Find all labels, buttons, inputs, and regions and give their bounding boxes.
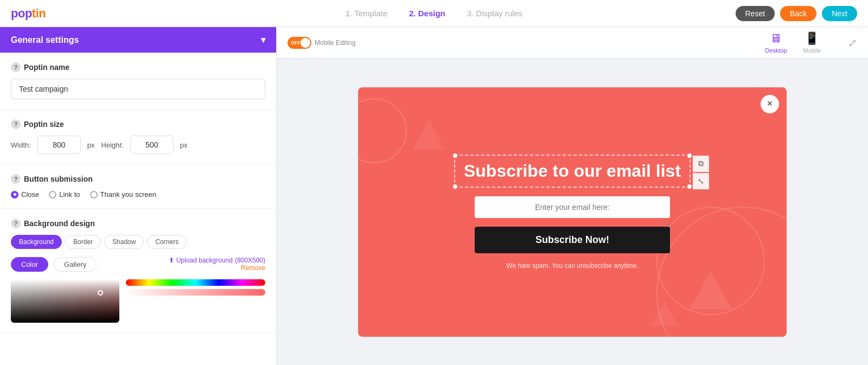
mobile-editing-label: Mobile Editing (315, 39, 355, 47)
opacity-bar[interactable] (126, 289, 265, 296)
gradient-dot[interactable] (98, 290, 103, 296)
device-mobile[interactable]: 📱 Mobile (803, 31, 821, 54)
tab-shadow[interactable]: Shadow (104, 235, 144, 249)
decorative-triangle-1 (689, 272, 732, 310)
height-input[interactable] (130, 136, 174, 154)
resize-element-button[interactable]: ⤡ (693, 173, 709, 189)
width-px: px (87, 141, 95, 149)
radio-close[interactable]: Close (11, 190, 39, 198)
poptin-size-label: ? Poptin size (11, 119, 265, 129)
mobile-icon: 📱 (805, 31, 819, 46)
popup-title[interactable]: Subscribe to our email list (464, 161, 681, 181)
popup-title-wrapper[interactable]: Subscribe to our email list ⧉ ⤡ (454, 155, 691, 188)
gallery-button[interactable]: Gallery (54, 257, 97, 272)
device-buttons: 🖥 Desktop 📱 Mobile ⤢ (765, 31, 857, 54)
decorative-shape-small (358, 98, 407, 163)
panel-header[interactable]: General settings ▾ (0, 27, 276, 53)
toggle-knob (301, 38, 310, 48)
height-label: Height: (101, 141, 124, 149)
background-design-label: ? Background design (11, 219, 265, 228)
radio-group: Close Link to Thank you screen (11, 190, 265, 198)
background-design-help-icon[interactable]: ? (11, 219, 21, 228)
step-display-rules: 3. Display rules (467, 9, 523, 18)
poptin-size-section: ? Poptin size Width: px Height: px (0, 110, 276, 164)
decorative-shape-large (656, 207, 787, 337)
copy-element-button[interactable]: ⧉ (693, 156, 709, 172)
popup-email-input[interactable] (475, 196, 670, 218)
radio-close-dot (11, 191, 18, 198)
steps: 1. Template 2. Design 3. Display rules (346, 9, 523, 18)
popup-close-button[interactable]: × (761, 95, 779, 113)
logo: poptin (11, 7, 46, 21)
right-panel: OFF Mobile Editing 🖥 Desktop 📱 Mobile ⤢ (277, 27, 868, 365)
radio-thank-you[interactable]: Thank you screen (90, 190, 156, 198)
panel-header-title: General settings (11, 35, 79, 45)
top-nav: poptin 1. Template 2. Design 3. Display … (0, 0, 868, 27)
upload-background-link[interactable]: ⬆ Upload background (800X500) (169, 257, 265, 264)
color-gallery-row: Color Gallery ⬆ Upload background (800X5… (11, 257, 265, 272)
step-template: 1. Template (346, 9, 387, 18)
radio-link-to[interactable]: Link to (49, 190, 80, 198)
radio-thank-you-dot (90, 191, 98, 198)
mobile-editing-toggle[interactable]: OFF (288, 37, 311, 49)
chevron-down-icon: ▾ (261, 35, 265, 45)
tab-corners[interactable]: Corners (147, 235, 187, 249)
color-picker-area (11, 279, 265, 323)
corner-tr (687, 153, 692, 158)
button-submission-section: ? Button submission Close Link to Thank … (0, 164, 276, 209)
popup-spam-text: We hate spam. You can unsubscribe anytim… (506, 262, 638, 270)
background-design-section: ? Background design Background Border Sh… (0, 209, 276, 333)
close-icon: × (767, 98, 773, 110)
reset-button[interactable]: Reset (736, 6, 775, 21)
left-panel: General settings ▾ ? Poptin name ? Popti… (0, 27, 277, 365)
expand-button[interactable]: ⤢ (848, 36, 857, 49)
popup-preview: × Subscribe to our email list ⧉ ⤡ (358, 87, 787, 337)
poptin-name-label: ? Poptin name (11, 62, 265, 72)
button-submission-label: ? Button submission (11, 174, 265, 184)
size-row: Width: px Height: px (11, 136, 265, 154)
canvas-toolbar: OFF Mobile Editing 🖥 Desktop 📱 Mobile ⤢ (277, 27, 868, 59)
bg-tabs-row: Background Border Shadow Corners (11, 235, 265, 249)
color-gradient[interactable] (11, 279, 119, 323)
main-layout: General settings ▾ ? Poptin name ? Popti… (0, 27, 868, 365)
corner-br (687, 184, 692, 189)
desktop-icon: 🖥 (770, 31, 782, 46)
logo-text: poptin (11, 7, 46, 20)
hue-bar[interactable] (126, 279, 265, 286)
edit-actions: ⧉ ⤡ (693, 156, 709, 189)
decorative-shape-medium (656, 207, 765, 315)
popup-subscribe-button[interactable]: Subscribe Now! (475, 227, 670, 253)
tab-background[interactable]: Background (11, 235, 62, 249)
corner-bl (453, 184, 457, 189)
hue-bar-container (126, 279, 265, 296)
poptin-name-help-icon[interactable]: ? (11, 62, 21, 72)
remove-link[interactable]: Remove (241, 264, 265, 272)
button-submission-help-icon[interactable]: ? (11, 174, 21, 184)
height-px: px (180, 141, 188, 149)
upload-icon: ⬆ (169, 257, 174, 264)
upload-link: ⬆ Upload background (800X500) Remove (169, 257, 265, 272)
radio-link-dot (49, 191, 56, 198)
poptin-size-help-icon[interactable]: ? (11, 119, 21, 129)
tab-border[interactable]: Border (65, 235, 101, 249)
canvas-area: × Subscribe to our email list ⧉ ⤡ (277, 59, 868, 365)
width-input[interactable] (37, 136, 81, 154)
back-button[interactable]: Back (780, 6, 816, 21)
decorative-triangle-2 (651, 302, 678, 326)
corner-tl (453, 153, 457, 158)
mobile-editing: OFF Mobile Editing (288, 37, 355, 49)
device-desktop[interactable]: 🖥 Desktop (765, 31, 787, 54)
next-button[interactable]: Next (822, 6, 857, 21)
poptin-name-section: ? Poptin name (0, 53, 276, 110)
nav-buttons: Reset Back Next (736, 6, 858, 21)
poptin-name-input[interactable] (11, 79, 265, 99)
decorative-triangle-3 (412, 120, 445, 150)
width-label: Width: (11, 141, 31, 149)
color-button[interactable]: Color (11, 257, 48, 272)
step-design: 2. Design (409, 9, 445, 18)
toggle-off-label: OFF (291, 40, 301, 46)
